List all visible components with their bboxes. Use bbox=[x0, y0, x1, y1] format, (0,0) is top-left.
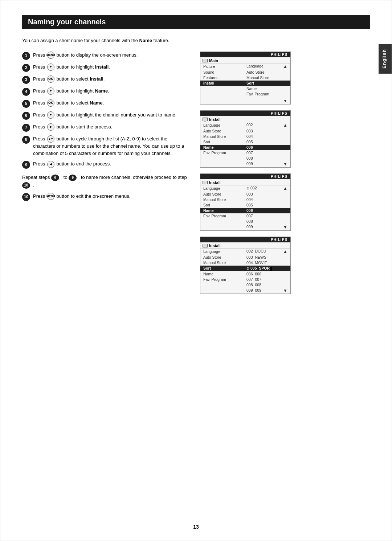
step-5-text: Press OK button to select Name. bbox=[33, 99, 104, 107]
table-row: 008 bbox=[200, 219, 290, 224]
right-column: PHILIPS Main PictureLanguage ▲ SoundAuto… bbox=[200, 52, 294, 294]
table-row: Fav. Program007 bbox=[200, 213, 290, 219]
arrow-left-icon bbox=[47, 161, 54, 168]
tv-screen-title-1: Main bbox=[209, 58, 218, 63]
table-row: FeaturesManual Store bbox=[200, 75, 290, 81]
repeat-step-num-6: 6 bbox=[51, 175, 59, 181]
tv-table-3: Language⊙ 002 ▲ Auto Store003 Manual Sto… bbox=[200, 185, 290, 230]
page-container: English Naming your channels You can ass… bbox=[0, 0, 392, 541]
step-num-2: 2 bbox=[22, 64, 30, 72]
table-row: Auto Store003 NEWS bbox=[200, 255, 290, 260]
tv-icon-1 bbox=[203, 59, 208, 62]
edit-cursor bbox=[270, 267, 272, 271]
tv-brand-4: PHILIPS bbox=[200, 237, 290, 242]
ok-button-icon-2: OK bbox=[47, 99, 54, 107]
tv-brand-2: PHILIPS bbox=[200, 111, 290, 116]
table-row: 009 ▼ bbox=[200, 224, 290, 230]
table-row: 008 008 bbox=[200, 282, 290, 287]
step-1-text: Press MENU button to display the on-scre… bbox=[33, 52, 138, 59]
table-row-highlighted: InstallSort bbox=[200, 81, 290, 86]
ok-button-icon: OK bbox=[47, 75, 54, 83]
intro-text: You can assign a short name for your cha… bbox=[22, 37, 370, 44]
table-row: Fav. Program bbox=[200, 91, 290, 97]
table-row: Manual Store004 bbox=[200, 134, 290, 139]
step-9: 9 Press button to end the process. bbox=[22, 160, 189, 169]
step-10: 10 Press MENU button to exit the on-scre… bbox=[22, 193, 189, 201]
step-8-text: Press ▲▼ button to cycle through the lis… bbox=[33, 135, 189, 157]
table-row-highlighted: Name006 bbox=[200, 208, 290, 213]
tv-screen-3: PHILIPS Install Language⊙ 002 ▲ Auto Sto… bbox=[200, 173, 291, 231]
tv-brand-3: PHILIPS bbox=[200, 174, 290, 179]
page-number: 13 bbox=[193, 524, 199, 530]
step-num-10: 10 bbox=[22, 193, 30, 201]
tv-screen-2: PHILIPS Install Language002 ▲ Auto Store… bbox=[200, 110, 291, 168]
step-5: 5 Press OK button to select Name. bbox=[22, 99, 189, 108]
table-row: Language002 ▲ bbox=[200, 122, 290, 128]
menu-button-icon: MENU bbox=[47, 52, 54, 59]
side-tab: English bbox=[379, 44, 392, 74]
arrow-right-icon bbox=[47, 123, 54, 131]
step-2-text: Press button to highlight Install. bbox=[33, 63, 110, 71]
step-7-text: Press button to start the process. bbox=[33, 123, 112, 131]
main-layout: 1 Press MENU button to display the on-sc… bbox=[22, 52, 370, 294]
tv-title-row-4: Install bbox=[200, 242, 290, 249]
step-num-8: 8 bbox=[22, 136, 30, 144]
table-row: SoundAuto Store bbox=[200, 70, 290, 75]
tv-brand-1: PHILIPS bbox=[200, 52, 290, 57]
table-row: PictureLanguage ▲ bbox=[200, 63, 290, 70]
tv-table-1: PictureLanguage ▲ SoundAuto Store Featur… bbox=[200, 63, 290, 104]
tv-screen-4: PHILIPS Install Language002 DOCU ▲ Auto … bbox=[200, 237, 291, 294]
arrow-down-icon-2 bbox=[47, 87, 54, 95]
table-row: Name bbox=[200, 86, 290, 91]
table-row: Auto Store003 bbox=[200, 192, 290, 197]
step-4-text: Press button to highlight Name. bbox=[33, 87, 109, 95]
left-column: 1 Press MENU button to display the on-sc… bbox=[22, 52, 189, 294]
table-row: 009 ▼ bbox=[200, 161, 290, 167]
step-num-4: 4 bbox=[22, 88, 30, 96]
step-3: 3 Press OK button to select Install. bbox=[22, 75, 189, 84]
tv-screen-title-2: Install bbox=[209, 117, 221, 122]
tv-table-4: Language002 DOCU ▲ Auto Store003 NEWS Ma… bbox=[200, 249, 290, 294]
step-3-text: Press OK button to select Install. bbox=[33, 75, 105, 83]
step-num-1: 1 bbox=[22, 52, 30, 60]
table-row: 008 bbox=[200, 156, 290, 161]
step-num-6: 6 bbox=[22, 112, 30, 120]
menu-button-icon-2: MENU bbox=[47, 193, 54, 200]
step-6: 6 Press button to highlight the channel … bbox=[22, 111, 189, 120]
table-row: Auto Store003 bbox=[200, 128, 290, 134]
table-row: 009 009 ▼ bbox=[200, 287, 290, 294]
step-9-text: Press button to end the process. bbox=[33, 160, 111, 168]
repeat-step-num-10: 10 bbox=[22, 182, 30, 189]
step-1: 1 Press MENU button to display the on-sc… bbox=[22, 52, 189, 60]
step-10-text: Press MENU button to exit the on-screen … bbox=[33, 193, 130, 200]
table-row: Language⊙ 002 ▲ bbox=[200, 185, 290, 192]
tv-screen-1: PHILIPS Main PictureLanguage ▲ SoundAuto… bbox=[200, 52, 291, 104]
table-row: Sort005 bbox=[200, 139, 290, 145]
step-num-3: 3 bbox=[22, 76, 30, 84]
tv-title-row-2: Install bbox=[200, 116, 290, 122]
tv-table-2: Language002 ▲ Auto Store003 Manual Store… bbox=[200, 122, 290, 167]
step-4: 4 Press button to highlight Name. bbox=[22, 87, 189, 96]
table-row-highlighted: Name006 bbox=[200, 145, 290, 150]
step-2: 2 Press button to highlight Install. bbox=[22, 63, 189, 72]
step-num-9: 9 bbox=[22, 161, 30, 169]
tv-title-row-3: Install bbox=[200, 179, 290, 185]
arrow-down-icon bbox=[47, 63, 54, 71]
arrow-down-icon-3 bbox=[47, 111, 54, 119]
page-title: Naming your channels bbox=[22, 15, 370, 29]
tv-screen-title-3: Install bbox=[209, 180, 221, 185]
arrow-up-down-icon: ▲▼ bbox=[47, 135, 54, 143]
table-row-highlighted: Sort⊙ 005 SPOR bbox=[200, 266, 290, 271]
step-num-5: 5 bbox=[22, 100, 30, 108]
table-row: ▼ bbox=[200, 98, 290, 104]
table-row: Manual Store004 bbox=[200, 197, 290, 202]
tv-title-row-1: Main bbox=[200, 57, 290, 63]
step-8: 8 Press ▲▼ button to cycle through the l… bbox=[22, 135, 189, 157]
step-num-7: 7 bbox=[22, 124, 30, 132]
tv-icon-3 bbox=[203, 181, 208, 184]
table-row: Name006 006 bbox=[200, 271, 290, 276]
table-row: Manual Store004 MOVIE bbox=[200, 260, 290, 266]
step-7: 7 Press button to start the process. bbox=[22, 123, 189, 132]
tv-icon-2 bbox=[203, 118, 208, 121]
repeat-step-num-9: 9 bbox=[69, 175, 77, 181]
